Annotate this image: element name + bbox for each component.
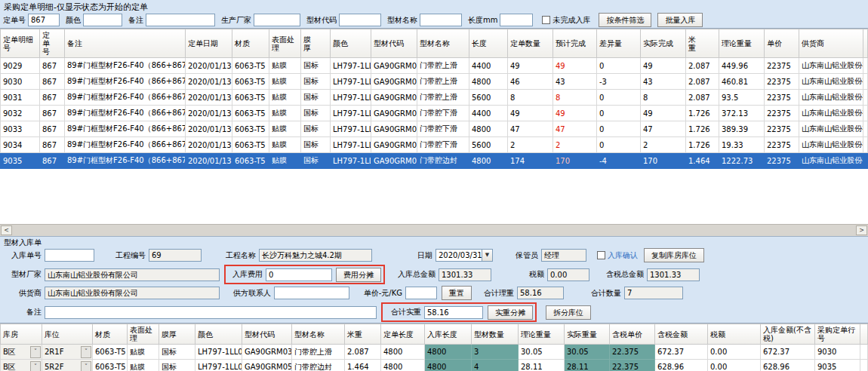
column-header[interactable]: 长度 — [469, 29, 508, 58]
cell[interactable]: 0.00 — [708, 360, 761, 371]
cell[interactable]: 867 — [40, 58, 65, 74]
project-name-input[interactable]: 长沙万科魅力之城4.2期 — [259, 249, 372, 262]
cell[interactable]: 0 — [597, 58, 641, 74]
cell[interactable]: 山东南山铝业股份有限公司 — [799, 121, 863, 137]
cell[interactable]: 国标 — [159, 345, 195, 360]
column-header[interactable]: 表面处理 — [128, 324, 159, 345]
cell[interactable]: 22375 — [765, 153, 799, 169]
cell[interactable]: 山东南山铝业股份有限公司 — [799, 90, 863, 106]
table-row[interactable]: 903486789#门框型材F26-F40（866+867）2020/01/13… — [1, 137, 868, 153]
column-header[interactable]: 颜色 — [195, 324, 242, 345]
copy-location-button[interactable]: 复制库房库位 — [644, 248, 704, 262]
cell[interactable]: 贴膜 — [269, 90, 301, 106]
cell[interactable]: 47 — [641, 121, 686, 137]
column-header[interactable]: 定单号 — [40, 29, 65, 58]
factory-input[interactable]: 山东南山铝业股份有限公司 — [45, 268, 220, 281]
cell[interactable]: 47 — [508, 121, 553, 137]
cell[interactable]: 672.37 — [761, 345, 815, 360]
cell[interactable]: 867 — [40, 137, 65, 153]
column-header[interactable]: 型材名称 — [292, 324, 345, 345]
cell[interactable]: 4400 — [469, 58, 508, 74]
cell[interactable]: 460.81 — [719, 74, 765, 90]
cell[interactable]: -4 — [597, 153, 641, 169]
actual-weight-input[interactable]: 58.16 — [424, 306, 483, 319]
column-header[interactable]: 差异量 — [597, 29, 641, 58]
cell[interactable]: 4800 — [425, 345, 472, 360]
cell[interactable]: 0 — [597, 121, 641, 137]
cell[interactable]: 1.726 — [686, 106, 719, 121]
cell[interactable]: 2020/01/13 — [186, 153, 232, 169]
cell[interactable]: 门带腔下滑 — [417, 137, 469, 153]
cell[interactable]: 9032 — [1, 106, 40, 121]
cell[interactable]: 0.00 — [708, 345, 761, 360]
cell[interactable]: 贴膜 — [269, 74, 301, 90]
cell[interactable]: 4800 — [469, 153, 508, 169]
cell[interactable]: 867 — [40, 106, 65, 121]
cell[interactable]: B区˅ — [1, 360, 42, 371]
cell[interactable]: 门带腔下滑 — [417, 106, 469, 121]
cell[interactable]: 22375 — [765, 106, 799, 121]
column-header[interactable]: 税额 — [708, 324, 761, 345]
cell[interactable]: 49 — [641, 106, 686, 121]
horizontal-scrollbar[interactable]: < > — [0, 225, 868, 237]
cell[interactable]: 9035 — [1, 153, 40, 169]
cell[interactable]: 国标 — [301, 74, 331, 90]
column-header[interactable]: 型材名称 — [417, 29, 469, 58]
column-header[interactable]: 定单明细号 — [1, 29, 40, 58]
column-header[interactable]: 型材代码 — [242, 324, 292, 345]
cell[interactable]: 9033 — [1, 121, 40, 137]
cell[interactable]: 贴膜 — [269, 106, 301, 121]
manufacturer-input[interactable] — [254, 14, 300, 26]
cell[interactable]: 4400 — [469, 106, 508, 121]
cell[interactable]: 国标 — [301, 90, 331, 106]
cell[interactable]: 2020/01/13 — [186, 90, 232, 106]
column-header[interactable]: 型材数量 — [472, 324, 519, 345]
column-header[interactable]: 含税单价 — [610, 324, 655, 345]
cell[interactable]: LH797-1LL0 — [331, 90, 371, 106]
table-row[interactable]: 903086789#门框型材F26-F40（866+867）2020/01/13… — [1, 74, 868, 90]
column-header[interactable]: 型材代码 — [371, 29, 417, 58]
cell[interactable]: 门带腔边封 — [292, 360, 345, 371]
column-header[interactable]: 表面处理 — [269, 29, 301, 58]
cell[interactable]: 门带腔上滑 — [292, 345, 345, 360]
cell[interactable]: B区˅ — [1, 345, 42, 360]
cell[interactable]: 372.13 — [719, 106, 765, 121]
cell[interactable]: 门带腔边封 — [417, 153, 469, 169]
project-no-input[interactable]: 69 — [149, 249, 202, 262]
cell[interactable]: 89#门框型材F26-F40（866+867） — [65, 74, 186, 90]
cell[interactable]: 2020/01/13 — [186, 137, 232, 153]
column-header[interactable]: 库位 — [42, 324, 93, 345]
cell[interactable]: 449.96 — [719, 58, 765, 74]
batch-inbound-button[interactable]: 批量入库 — [657, 13, 703, 27]
column-header[interactable]: 理论重量 — [519, 324, 565, 345]
column-header[interactable]: 膜厚 — [159, 324, 195, 345]
date-input[interactable]: 2020/03/31 — [436, 249, 482, 262]
cell[interactable]: 国标 — [301, 121, 331, 137]
cell[interactable]: GA90GRM05 — [242, 360, 292, 371]
cell[interactable]: 9035 — [815, 360, 860, 371]
cell[interactable]: 22375 — [765, 137, 799, 153]
cell[interactable]: LH797-1LL0 — [331, 121, 371, 137]
cell[interactable]: 49 — [508, 106, 553, 121]
supplier-contact-input[interactable] — [274, 287, 349, 299]
cell[interactable]: 2.087 — [686, 90, 719, 106]
cell[interactable]: 22375 — [765, 74, 799, 90]
cell[interactable]: 贴膜 — [269, 58, 301, 74]
column-header[interactable]: 库房 — [1, 324, 42, 345]
cell[interactable]: 5600 — [469, 137, 508, 153]
column-header[interactable]: 理论重量 — [719, 29, 765, 58]
cell[interactable]: 49 — [508, 58, 553, 74]
column-header[interactable]: 采购定单行号 — [815, 324, 860, 345]
cell[interactable]: 8 — [508, 90, 553, 106]
cell[interactable]: 4800 — [381, 360, 425, 371]
table-row[interactable]: 903586789#门框型材F26-F40（866+867）2020/01/13… — [1, 153, 868, 169]
theory-weight-input[interactable]: 58.16 — [517, 287, 564, 299]
color-input[interactable] — [83, 14, 122, 26]
cell[interactable]: GA90GRM05 — [371, 153, 417, 169]
cell[interactable]: 28.11 — [519, 360, 565, 371]
cell[interactable]: 628.96 — [655, 360, 708, 371]
cell[interactable]: LH797-1LL0 — [331, 106, 371, 121]
reset-button[interactable]: 重置 — [442, 286, 472, 300]
keeper-input[interactable]: 经理 — [541, 249, 586, 262]
cell[interactable]: 867 — [40, 153, 65, 169]
